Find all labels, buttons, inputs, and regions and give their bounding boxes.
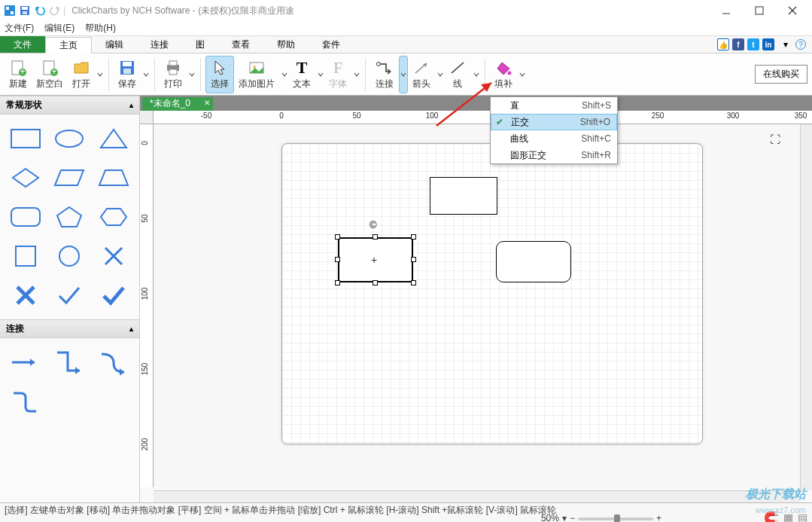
- ribbon-tab-home[interactable]: 主页: [45, 37, 92, 53]
- thumbs-up-icon[interactable]: 👍: [717, 38, 729, 50]
- svg-rect-18: [123, 69, 131, 74]
- svg-line-26: [452, 63, 464, 73]
- print-button[interactable]: 打印: [160, 56, 187, 93]
- minimize-button[interactable]: [710, 0, 743, 21]
- arrow-dropdown[interactable]: [435, 56, 444, 93]
- save-button[interactable]: 保存: [114, 56, 141, 93]
- svg-rect-2: [11, 11, 14, 14]
- canvas-shape-rounded-rect[interactable]: [496, 241, 571, 282]
- svg-point-32: [59, 246, 79, 266]
- line-dropdown[interactable]: [471, 56, 480, 93]
- shape-parallelogram[interactable]: [51, 163, 87, 193]
- close-tab-icon[interactable]: ✕: [204, 99, 210, 107]
- document-tabs: *未命名_0✕: [140, 96, 812, 111]
- dd-item-straight[interactable]: 直Shift+S: [491, 97, 617, 114]
- font-button[interactable]: F 字体: [324, 56, 351, 93]
- connect-button[interactable]: 连接: [370, 56, 399, 93]
- ribbon-tab-shape[interactable]: 图: [182, 36, 218, 53]
- fill-button[interactable]: 填补: [490, 56, 517, 93]
- connector-straight[interactable]: [8, 347, 44, 377]
- linkedin-icon[interactable]: in: [762, 38, 774, 50]
- shape-rounded-rect[interactable]: [8, 202, 44, 232]
- buy-online-button[interactable]: 在线购买: [755, 65, 807, 84]
- arrow-button[interactable]: 箭头: [408, 56, 435, 93]
- canvas-selected-shape[interactable]: + ©: [338, 237, 413, 282]
- twitter-icon[interactable]: t: [747, 38, 759, 50]
- ribbon-tab-suite[interactable]: 套件: [309, 36, 354, 53]
- dd-item-rounded-orthogonal[interactable]: 圆形正交Shift+R: [491, 147, 617, 163]
- menubar: 文件(F) 编辑(E) 帮助(H): [0, 21, 812, 36]
- line-button[interactable]: 线: [444, 56, 471, 93]
- open-dropdown[interactable]: [95, 56, 104, 93]
- add-image-dropdown[interactable]: [279, 56, 288, 93]
- document-tab[interactable]: *未命名_0✕: [142, 97, 213, 111]
- text-button[interactable]: T 文本: [288, 56, 315, 93]
- font-dropdown[interactable]: [351, 56, 360, 93]
- fill-dropdown[interactable]: [517, 56, 526, 93]
- menu-file[interactable]: 文件(F): [5, 22, 34, 35]
- ribbon-tab-edit[interactable]: 编辑: [92, 36, 137, 53]
- add-image-button[interactable]: 添加图片: [234, 56, 279, 93]
- shape-trapezoid[interactable]: [96, 163, 132, 193]
- menu-edit[interactable]: 编辑(E): [44, 22, 75, 35]
- shape-ellipse[interactable]: [51, 124, 87, 154]
- page-area[interactable]: ⛶ + ©: [154, 124, 800, 487]
- vertical-scrollbar[interactable]: [800, 124, 812, 490]
- save-dropdown[interactable]: [141, 56, 150, 93]
- sidebar-connect-header[interactable]: 连接▴: [0, 319, 139, 338]
- ribbon-tab-help[interactable]: 帮助: [263, 36, 309, 53]
- shape-check[interactable]: [51, 280, 87, 310]
- ribbon-tab-connect[interactable]: 连接: [137, 36, 182, 53]
- canvas-shape-rect-1[interactable]: [430, 177, 497, 215]
- save-icon[interactable]: [18, 4, 32, 17]
- zoom-slider[interactable]: [578, 517, 653, 520]
- shape-pentagon[interactable]: [51, 202, 87, 232]
- maximize-button[interactable]: [743, 0, 776, 21]
- facebook-icon[interactable]: f: [732, 38, 744, 50]
- select-button[interactable]: 选择: [205, 56, 234, 93]
- new-button[interactable]: + 新建: [5, 56, 32, 93]
- zoom-control[interactable]: 50%▾ − +: [541, 513, 661, 522]
- shape-check-thick[interactable]: [96, 280, 132, 310]
- shape-x-thick[interactable]: [8, 280, 44, 310]
- dd-item-orthogonal[interactable]: ✔正交Shift+O: [491, 114, 617, 130]
- help-icon[interactable]: ?: [795, 39, 806, 50]
- redo-icon[interactable]: [48, 4, 62, 17]
- connector-curved[interactable]: [96, 347, 132, 377]
- ribbon-tab-view[interactable]: 查看: [218, 36, 263, 53]
- cursor-icon: [212, 58, 227, 78]
- shape-triangle[interactable]: [96, 124, 132, 154]
- fullscreen-icon[interactable]: ⛶: [770, 133, 780, 145]
- shape-x[interactable]: [96, 241, 132, 271]
- svg-point-24: [377, 63, 381, 66]
- zoom-in-icon[interactable]: +: [656, 513, 661, 522]
- zoom-out-icon[interactable]: −: [570, 513, 575, 522]
- shape-square[interactable]: [8, 241, 44, 271]
- dropdown-icon[interactable]: ▾: [783, 39, 788, 50]
- collapse-icon: ▴: [129, 101, 133, 109]
- sidebar-shapes-header[interactable]: 常规形状▴: [0, 96, 139, 114]
- svg-text:+: +: [51, 66, 56, 77]
- open-button[interactable]: 打开: [68, 56, 95, 93]
- dd-item-curved[interactable]: 曲线Shift+C: [491, 130, 617, 147]
- connect-dropdown[interactable]: [399, 56, 408, 93]
- menu-help[interactable]: 帮助(H): [85, 22, 116, 35]
- shape-hexagon[interactable]: [96, 202, 132, 232]
- shape-rectangle[interactable]: [8, 124, 44, 154]
- ruler-vertical: 0 50 100 150 200: [140, 124, 154, 487]
- svg-point-27: [508, 72, 512, 75]
- shape-circle[interactable]: [51, 241, 87, 271]
- collapse-icon: ▴: [129, 325, 133, 333]
- print-dropdown[interactable]: [187, 56, 196, 93]
- connect-icon: [375, 58, 394, 78]
- close-button[interactable]: [776, 0, 809, 21]
- connector-orthogonal[interactable]: [51, 347, 87, 377]
- shape-diamond[interactable]: [8, 163, 44, 193]
- horizontal-scrollbar[interactable]: [154, 490, 800, 502]
- undo-icon[interactable]: [33, 4, 47, 17]
- statusbar-hint: [选择] 左键单击对象 [移动] 单击并拖动对象 [平移] 空间 + 鼠标单击并…: [0, 502, 812, 522]
- text-dropdown[interactable]: [315, 56, 324, 93]
- ribbon-tab-file[interactable]: 文件: [0, 36, 45, 53]
- connector-rounded[interactable]: [8, 386, 44, 417]
- new-blank-button[interactable]: + 新空白: [32, 56, 68, 93]
